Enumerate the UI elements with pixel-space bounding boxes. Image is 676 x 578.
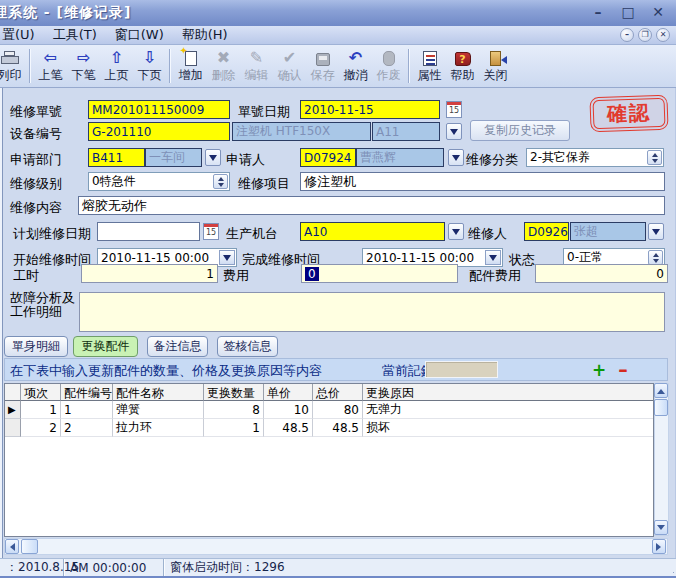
scroll-left-button[interactable] bbox=[5, 539, 19, 554]
menu-item-settings[interactable]: 置(U) bbox=[0, 26, 44, 44]
current-row-marker-icon: ▶ bbox=[8, 402, 16, 418]
status-date: ：2010.8.15 bbox=[0, 559, 64, 576]
repairer-label: 维修人 bbox=[468, 225, 507, 243]
doc-date-calendar-button[interactable]: 15 bbox=[446, 101, 462, 118]
help-button[interactable]: 帮助 bbox=[446, 47, 479, 85]
add-row-button[interactable]: + bbox=[589, 359, 609, 380]
undo-button[interactable]: ↶ 撤消 bbox=[339, 47, 372, 85]
cell-part-no[interactable]: 2 bbox=[61, 419, 113, 437]
cell-seq[interactable]: 2 bbox=[21, 419, 61, 437]
applicant-code-field[interactable]: D07924 bbox=[300, 148, 356, 167]
column-header[interactable]: 总价 bbox=[313, 384, 363, 401]
maximize-button[interactable]: □ bbox=[618, 3, 638, 21]
repair-category-combo[interactable]: 2-其它保养 bbox=[526, 148, 664, 167]
column-header[interactable]: 配件名称 bbox=[113, 384, 204, 401]
spinner-icon[interactable] bbox=[647, 150, 662, 165]
work-hours-field[interactable]: 1 bbox=[81, 264, 218, 283]
parts-cost-field[interactable]: 0 bbox=[535, 264, 668, 283]
menu-item-window[interactable]: 窗口(W) bbox=[106, 26, 173, 44]
machine-field[interactable]: A10 bbox=[300, 222, 445, 241]
print-button[interactable]: 列印 bbox=[0, 47, 26, 85]
parts-hint-text: 在下表中输入更新配件的数量、价格及更换原因等内容 bbox=[10, 362, 322, 380]
applicant-dropdown-button[interactable] bbox=[448, 149, 464, 166]
tab-detail[interactable]: 單身明細 bbox=[4, 336, 68, 357]
cell-reason[interactable]: 损坏 bbox=[363, 419, 654, 437]
table-row[interactable]: 2 2 拉力环 1 48.5 48.5 损坏 bbox=[5, 419, 654, 437]
next-record-button[interactable]: ⇨ 下笔 bbox=[67, 47, 100, 85]
exit-button[interactable]: 关闭 bbox=[479, 47, 512, 85]
prev-page-button[interactable]: ⇧ 上页 bbox=[100, 47, 133, 85]
cell-part-name[interactable]: 拉力环 bbox=[113, 419, 204, 437]
add-record-button[interactable]: 增加 bbox=[174, 47, 207, 85]
repair-content-label: 维修内容 bbox=[10, 199, 62, 217]
menu-item-tools[interactable]: 工具(T) bbox=[44, 26, 106, 44]
tab-replace-parts[interactable]: 更换配件 bbox=[73, 336, 138, 357]
column-header[interactable]: 单价 bbox=[264, 384, 313, 401]
repair-no-field[interactable]: MM201011150009 bbox=[88, 100, 230, 119]
apply-dept-code-field[interactable]: B411 bbox=[88, 148, 145, 167]
scroll-down-button[interactable] bbox=[654, 520, 668, 535]
mdi-close-button[interactable]: ✕ bbox=[656, 28, 670, 42]
repair-content-field[interactable]: 熔胶无动作 bbox=[78, 196, 665, 215]
cell-total[interactable]: 80 bbox=[313, 401, 363, 419]
copy-history-button[interactable]: 复制历史记录 bbox=[470, 120, 570, 141]
row-selector bbox=[5, 419, 21, 437]
chevron-down-icon[interactable] bbox=[485, 250, 501, 265]
mdi-minimize-button[interactable]: – bbox=[620, 28, 634, 42]
tab-remarks[interactable]: 备注信息 bbox=[147, 336, 208, 357]
cell-unit-price[interactable]: 10 bbox=[264, 401, 313, 419]
plan-date-field[interactable] bbox=[97, 222, 200, 241]
properties-button[interactable]: 属性 bbox=[413, 47, 446, 85]
cell-part-no[interactable]: 1 bbox=[61, 401, 113, 419]
mdi-restore-button[interactable]: ❐ bbox=[638, 28, 652, 42]
cell-unit-price[interactable]: 48.5 bbox=[264, 419, 313, 437]
cell-part-name[interactable]: 弹簧 bbox=[113, 401, 204, 419]
properties-icon bbox=[423, 48, 437, 66]
column-header[interactable]: 项次 bbox=[21, 384, 61, 401]
chevron-down-icon[interactable] bbox=[219, 250, 235, 265]
plan-date-calendar-button[interactable]: 15 bbox=[203, 223, 219, 240]
apply-dept-dropdown-button[interactable] bbox=[205, 149, 221, 166]
selected-value: 0 bbox=[305, 267, 319, 281]
minimize-button[interactable]: – bbox=[588, 3, 608, 21]
vertical-scroll-thumb[interactable] bbox=[654, 399, 668, 416]
column-header[interactable]: 配件编号 bbox=[61, 384, 113, 401]
plan-date-label: 计划维修日期 bbox=[13, 225, 91, 243]
scroll-up-button[interactable] bbox=[654, 383, 668, 398]
toolbar-separator bbox=[408, 49, 410, 83]
repairer-code-field[interactable]: D09265 bbox=[524, 222, 569, 241]
device-code-field[interactable]: G-201110 bbox=[88, 122, 230, 141]
repair-level-combo[interactable]: 0特急件 bbox=[88, 172, 230, 191]
close-button[interactable]: ✕ bbox=[648, 3, 668, 21]
repairer-dropdown-button[interactable] bbox=[648, 223, 664, 240]
horizontal-scroll-thumb[interactable] bbox=[21, 539, 38, 554]
resize-grip[interactable] bbox=[673, 572, 674, 573]
tab-approval[interactable]: 签核信息 bbox=[217, 336, 278, 357]
cell-total[interactable]: 48.5 bbox=[313, 419, 363, 437]
undo-icon: ↶ bbox=[349, 48, 362, 66]
column-header[interactable]: 更换原因 bbox=[363, 384, 654, 401]
repair-item-field[interactable]: 修注塑机 bbox=[300, 172, 665, 191]
next-page-button[interactable]: ⇩ 下页 bbox=[133, 47, 166, 85]
cell-reason[interactable]: 无弹力 bbox=[363, 401, 654, 419]
machine-dropdown-button[interactable] bbox=[448, 223, 464, 240]
table-row[interactable]: ▶ 1 1 弹簧 8 10 80 无弹力 bbox=[5, 401, 654, 419]
cell-qty[interactable]: 8 bbox=[204, 401, 264, 419]
device-dropdown-button[interactable] bbox=[446, 123, 462, 140]
column-header[interactable]: 更换数量 bbox=[204, 384, 264, 401]
cell-qty[interactable]: 1 bbox=[204, 419, 264, 437]
delete-icon: ✖ bbox=[217, 48, 230, 66]
menu-item-help[interactable]: 帮助(H) bbox=[173, 26, 237, 44]
prev-record-button[interactable]: ⇦ 上笔 bbox=[34, 47, 67, 85]
doc-date-field[interactable]: 2010-11-15 bbox=[300, 100, 440, 119]
scroll-right-button[interactable] bbox=[652, 539, 666, 554]
cost-field[interactable]: 0 bbox=[301, 264, 458, 283]
remove-row-button[interactable]: – bbox=[613, 358, 633, 379]
spinner-icon[interactable] bbox=[213, 174, 228, 189]
void-icon bbox=[383, 48, 395, 66]
spinner-icon[interactable] bbox=[648, 250, 663, 265]
horizontal-scrollbar[interactable] bbox=[4, 538, 668, 555]
analysis-textarea[interactable] bbox=[79, 292, 665, 332]
cell-seq[interactable]: 1 bbox=[21, 401, 61, 419]
delete-button: ✖ 删除 bbox=[207, 47, 240, 85]
